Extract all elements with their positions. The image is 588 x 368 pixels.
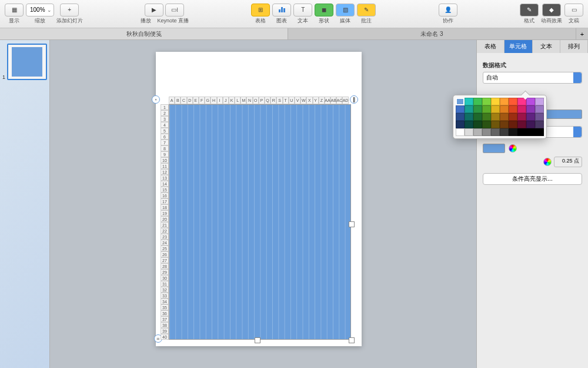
row-hdr-7[interactable]: 7 (161, 140, 169, 145)
palette-swatch[interactable] (473, 98, 482, 105)
format-button[interactable]: ✎ (520, 4, 539, 16)
data-format-select[interactable]: 自动 (483, 72, 582, 84)
palette-swatch[interactable] (500, 128, 509, 136)
row-hdr-35[interactable]: 35 (161, 304, 169, 310)
palette-swatch[interactable] (465, 98, 473, 105)
row-hdr-11[interactable]: 11 (161, 163, 169, 169)
palette-swatch[interactable] (535, 121, 544, 128)
sel-handle-br[interactable] (349, 337, 355, 343)
palette-swatch[interactable] (465, 128, 473, 136)
row-hdr-2[interactable]: 2 (161, 110, 169, 116)
row-hdr-14[interactable]: 14 (161, 181, 169, 187)
palette-swatch[interactable] (482, 105, 491, 113)
col-handle-left[interactable]: ◦ (152, 95, 160, 104)
palette-swatch[interactable] (517, 121, 526, 128)
palette-swatch[interactable] (535, 128, 544, 136)
col-hdr-J[interactable]: J (223, 97, 229, 104)
col-hdr-M[interactable]: M (240, 97, 246, 104)
col-hdr-C[interactable]: C (181, 97, 186, 104)
doc-tab-1[interactable]: 秋秋自制便笺 (0, 28, 288, 39)
palette-swatch[interactable] (456, 105, 465, 113)
palette-swatch[interactable] (535, 105, 544, 113)
palette-swatch[interactable] (517, 113, 526, 121)
col-hdr-T[interactable]: T (283, 97, 289, 104)
slide[interactable]: ◦ ‖ = ABCDEFGHIJKLMNOPQRSTUVWXYZAAABACAD… (156, 52, 362, 346)
table-object[interactable]: ABCDEFGHIJKLMNOPQRSTUVWXYZAAABACAD 12345… (161, 97, 351, 340)
annot-button[interactable]: ✎ (357, 4, 376, 16)
insp-tab-cell[interactable]: 单元格 (505, 40, 532, 53)
row-hdr-28[interactable]: 28 (161, 263, 169, 269)
row-hdr-38[interactable]: 38 (161, 322, 169, 328)
palette-swatch[interactable] (517, 98, 526, 105)
shape-button[interactable]: ◼ (315, 4, 333, 16)
col-hdr-U[interactable]: U (289, 97, 295, 104)
slide-thumbnail-1[interactable]: 1 (7, 44, 47, 80)
doc-button[interactable]: ▭ (564, 4, 583, 16)
palette-swatch[interactable] (482, 113, 491, 121)
doc-tab-add[interactable]: + (576, 28, 588, 39)
row-hdr-34[interactable]: 34 (161, 299, 169, 304)
row-hdr-39[interactable]: 39 (161, 328, 169, 334)
col-hdr-O[interactable]: O (253, 97, 259, 104)
row-hdr-15[interactable]: 15 (161, 187, 169, 193)
palette-swatch[interactable] (473, 105, 482, 113)
row-hdr-1[interactable]: 1 (161, 104, 169, 110)
view-button[interactable]: ▦ (5, 4, 24, 16)
sel-handle-right[interactable] (349, 221, 355, 227)
palette-swatch[interactable] (517, 105, 526, 113)
row-hdr-24[interactable]: 24 (161, 240, 169, 246)
row-headers[interactable]: 1234567891011121314151617181920212223242… (161, 104, 169, 340)
table-cells[interactable] (169, 104, 351, 340)
row-hdr-40[interactable]: 40 (161, 334, 169, 340)
color-wheel-button[interactable] (509, 144, 517, 152)
palette-swatch[interactable] (465, 113, 473, 121)
zoom-select[interactable]: 100% (26, 4, 54, 16)
palette-swatch[interactable] (526, 128, 535, 136)
palette-swatch[interactable] (491, 128, 500, 136)
col-hdr-AC[interactable]: AC (336, 97, 342, 104)
palette-swatch[interactable] (509, 121, 517, 128)
col-hdr-F[interactable]: F (199, 97, 205, 104)
palette-swatch[interactable] (491, 105, 500, 113)
palette-swatch[interactable] (535, 113, 544, 121)
col-hdr-Q[interactable]: Q (265, 97, 270, 104)
col-hdr-X[interactable]: X (306, 97, 312, 104)
palette-swatch[interactable] (465, 121, 473, 128)
add-slide-button[interactable]: + (60, 4, 79, 16)
row-hdr-29[interactable]: 29 (161, 269, 169, 275)
palette-swatch[interactable] (473, 121, 482, 128)
col-hdr-N[interactable]: N (246, 97, 252, 104)
palette-swatch[interactable] (456, 128, 465, 136)
palette-swatch[interactable] (517, 128, 526, 136)
col-hdr-E[interactable]: E (193, 97, 199, 104)
palette-swatch[interactable] (535, 98, 544, 105)
row-hdr-26[interactable]: 26 (161, 251, 169, 257)
col-hdr-G[interactable]: G (205, 97, 211, 104)
palette-swatch[interactable] (500, 113, 509, 121)
text-button[interactable]: T (293, 4, 312, 16)
palette-swatch[interactable] (482, 128, 491, 136)
row-hdr-33[interactable]: 33 (161, 293, 169, 299)
row-hdr-8[interactable]: 8 (161, 145, 169, 151)
palette-swatch[interactable] (473, 113, 482, 121)
keynote-live-button[interactable]: ▭⁞ (165, 4, 184, 16)
palette-swatch[interactable] (456, 121, 465, 128)
play-button[interactable]: ▶ (145, 4, 163, 16)
col-hdr-P[interactable]: P (259, 97, 265, 104)
col-hdr-L[interactable]: L (235, 97, 240, 104)
palette-swatch[interactable] (500, 105, 509, 113)
col-hdr-Y[interactable]: Y (313, 97, 319, 104)
canvas[interactable]: ◦ ‖ = ABCDEFGHIJKLMNOPQRSTUVWXYZAAABACAD… (50, 40, 476, 368)
collab-button[interactable]: 👤 (439, 4, 457, 16)
col-handle-right[interactable]: ‖ (350, 95, 358, 104)
col-hdr-AA[interactable]: AA (325, 97, 330, 104)
row-hdr-23[interactable]: 23 (161, 234, 169, 240)
col-hdr-K[interactable]: K (229, 97, 235, 104)
col-hdr-R[interactable]: R (270, 97, 276, 104)
table-button[interactable]: ⊞ (251, 4, 270, 16)
palette-swatch[interactable] (526, 121, 535, 128)
palette-swatch[interactable] (509, 98, 517, 105)
row-hdr-10[interactable]: 10 (161, 157, 169, 163)
doc-tab-2[interactable]: 未命名 3 (288, 28, 576, 39)
palette-swatch[interactable] (526, 98, 535, 105)
